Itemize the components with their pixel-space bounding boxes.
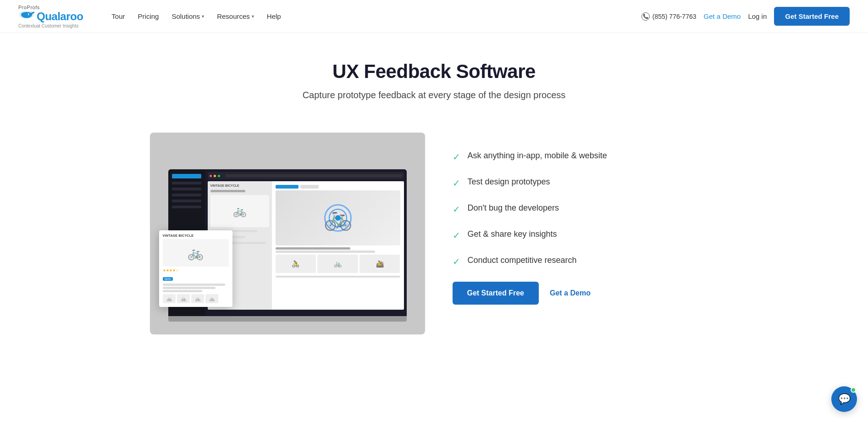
proprofs-label: ProProfs [18,5,83,10]
nav-resources[interactable]: Resources ▾ [211,10,260,23]
feature-item: ✓ Test design prototypes [453,177,719,189]
cta-row: Get Started Free Get a Demo [453,282,719,305]
feature-item: ✓ Ask anything in-app, mobile & website [453,151,719,162]
solutions-chevron-icon: ▾ [202,14,204,19]
wireframe-mockup: VINTAGE BICYCLE 🚲 ★★★★☆ NEW 🚲 🚲 🚲 🚲 [159,230,232,307]
tagline: Contextual Customer Insights [18,23,83,28]
screenshot-container: VINTAGE BICYCLE 🚲 ★★★★☆ NEW 🚲 🚲 🚲 🚲 [150,133,425,334]
feature-text-3: Don't bug the developers [468,203,559,213]
nav-pricing[interactable]: Pricing [133,10,165,23]
features-section: ✓ Ask anything in-app, mobile & website … [453,133,719,305]
main-content: VINTAGE BICYCLE 🚲 ★★★★☆ NEW 🚲 🚲 🚲 🚲 [113,119,755,362]
check-icon-2: ✓ [453,178,460,189]
logo[interactable]: ProProfs Qualaroo Contextual Customer In… [18,5,83,28]
hero-title: UX Feedback Software [18,61,850,83]
navbar: ProProfs Qualaroo Contextual Customer In… [0,0,868,33]
nav-help[interactable]: Help [261,10,287,23]
hero-get-started-button[interactable]: Get Started Free [453,282,539,305]
nav-get-started-button[interactable]: Get Started Free [774,7,850,26]
hero-section: UX Feedback Software Capture prototype f… [0,33,868,119]
paper-bike-image: 🚲 [163,239,229,267]
check-icon-4: ✓ [453,230,460,241]
hero-subtitle: Capture prototype feedback at every stag… [18,90,850,100]
feature-item: ✓ Conduct competitive research [453,256,719,267]
check-icon-3: ✓ [453,204,460,215]
phone-icon: 📞 [641,12,650,21]
feature-text-2: Test design prototypes [468,177,550,187]
check-icon-1: ✓ [453,151,460,162]
phone-number: 📞 (855) 776-7763 [641,12,697,21]
nav-login[interactable]: Log in [748,12,767,20]
svg-point-1 [29,14,30,15]
hero-get-demo-link[interactable]: Get a Demo [550,289,591,297]
check-icon-5: ✓ [453,256,460,267]
feature-item: ✓ Don't bug the developers [453,203,719,215]
nav-solutions[interactable]: Solutions ▾ [166,10,210,23]
nav-right: 📞 (855) 776-7763 Get a Demo Log in Get S… [641,7,850,26]
nav-get-demo[interactable]: Get a Demo [704,12,741,20]
nav-links: Tour Pricing Solutions ▾ Resources ▾ Hel… [106,10,641,23]
feature-text-1: Ask anything in-app, mobile & website [468,151,607,161]
resources-chevron-icon: ▾ [252,14,254,19]
screenshot-box: VINTAGE BICYCLE 🚲 ★★★★☆ NEW 🚲 🚲 🚲 🚲 [150,133,425,334]
qualaroo-bird-icon [18,10,35,23]
bike-image-area: 🚲 [276,190,400,245]
feature-text-4: Get & share key insights [468,229,557,239]
feature-text-5: Conduct competitive research [468,256,577,265]
brand-name: Qualaroo [37,10,83,23]
feature-item: ✓ Get & share key insights [453,229,719,241]
nav-tour[interactable]: Tour [106,10,130,23]
